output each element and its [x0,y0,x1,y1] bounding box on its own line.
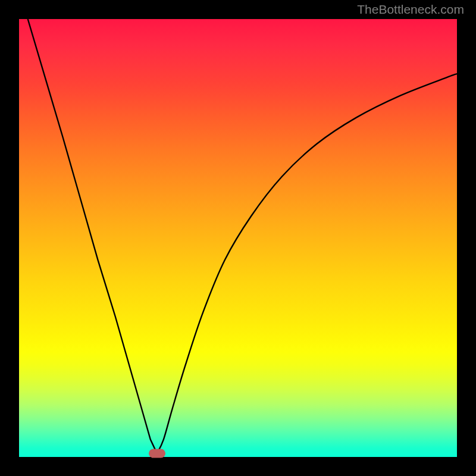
plot-area [19,19,457,457]
bottleneck-curve [19,19,457,457]
minimum-marker [149,449,165,458]
attribution-text: TheBottleneck.com [357,2,464,17]
